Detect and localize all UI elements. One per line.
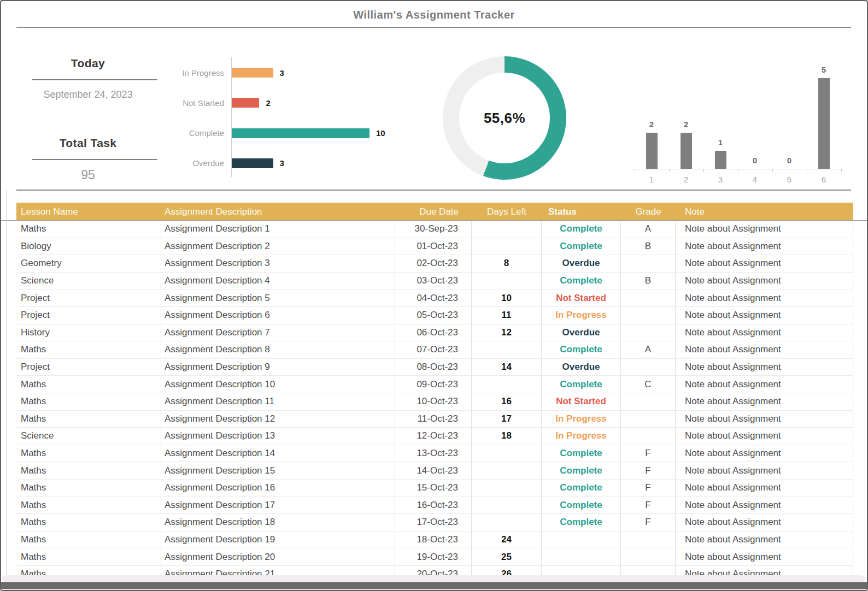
cell-lesson-name[interactable]: Maths: [16, 548, 161, 565]
cell-lesson-name[interactable]: Maths: [16, 497, 161, 514]
cell-assignment-description[interactable]: Assignment Description 8: [161, 341, 395, 358]
cell-status[interactable]: Overdue: [542, 255, 621, 272]
cell-grade[interactable]: [621, 411, 676, 428]
cell-note[interactable]: Note about Assignment: [676, 255, 853, 272]
cell-days-left[interactable]: [472, 376, 542, 393]
cell-note[interactable]: Note about Assignment: [676, 359, 853, 376]
cell-due-date[interactable]: 12-Oct-23: [395, 428, 472, 445]
cell-grade[interactable]: [621, 307, 676, 324]
cell-days-left[interactable]: [472, 238, 542, 255]
cell-assignment-description[interactable]: Assignment Description 19: [161, 531, 395, 548]
cell-status[interactable]: Overdue: [542, 359, 621, 376]
cell-grade[interactable]: [621, 359, 676, 376]
cell-due-date[interactable]: 04-Oct-23: [395, 289, 472, 306]
cell-days-left[interactable]: [472, 462, 542, 479]
cell-note[interactable]: Note about Assignment: [676, 341, 853, 358]
cell-status[interactable]: Complete: [542, 238, 621, 255]
cell-grade[interactable]: [621, 531, 676, 548]
cell-status[interactable]: Complete: [542, 341, 621, 358]
cell-grade[interactable]: F: [621, 462, 676, 479]
cell-note[interactable]: Note about Assignment: [676, 514, 853, 531]
cell-grade[interactable]: A: [621, 221, 676, 238]
cell-lesson-name[interactable]: Project: [16, 359, 161, 376]
cell-lesson-name[interactable]: Maths: [16, 514, 161, 531]
cell-status[interactable]: Complete: [542, 273, 621, 289]
cell-days-left[interactable]: 8: [472, 255, 542, 272]
cell-assignment-description[interactable]: Assignment Description 17: [161, 497, 395, 514]
cell-grade[interactable]: C: [621, 376, 676, 393]
cell-due-date[interactable]: 18-Oct-23: [395, 531, 472, 548]
cell-lesson-name[interactable]: History: [16, 324, 161, 341]
cell-note[interactable]: Note about Assignment: [676, 273, 853, 289]
cell-grade[interactable]: F: [621, 445, 676, 462]
cell-status[interactable]: [542, 531, 621, 548]
cell-days-left[interactable]: 14: [472, 359, 542, 376]
table-header-cell[interactable]: Due Date: [395, 203, 472, 221]
table-header-cell[interactable]: Status: [542, 203, 621, 221]
cell-grade[interactable]: F: [621, 514, 676, 531]
cell-days-left[interactable]: [472, 341, 542, 358]
cell-status[interactable]: [542, 548, 621, 565]
cell-days-left[interactable]: [472, 497, 542, 514]
cell-lesson-name[interactable]: Maths: [16, 411, 161, 428]
cell-status[interactable]: Complete: [542, 497, 621, 514]
cell-status[interactable]: In Progress: [542, 307, 621, 324]
cell-days-left[interactable]: 24: [472, 531, 542, 548]
cell-assignment-description[interactable]: Assignment Description 1: [161, 221, 395, 238]
cell-days-left[interactable]: [472, 221, 542, 238]
table-header-cell[interactable]: Grade: [621, 203, 676, 221]
status-bar-chart[interactable]: In Progress3Not Started2Complete10Overdu…: [160, 56, 400, 180]
cell-status[interactable]: Complete: [542, 376, 621, 393]
cell-note[interactable]: Note about Assignment: [676, 411, 853, 428]
cell-grade[interactable]: [621, 548, 676, 565]
cell-due-date[interactable]: 05-Oct-23: [395, 307, 472, 324]
cell-lesson-name[interactable]: Maths: [16, 376, 161, 393]
cell-due-date[interactable]: 13-Oct-23: [395, 445, 472, 462]
cell-assignment-description[interactable]: Assignment Description 12: [161, 411, 395, 428]
cell-lesson-name[interactable]: Maths: [16, 531, 161, 548]
cell-due-date[interactable]: 16-Oct-23: [395, 497, 472, 514]
cell-grade[interactable]: [621, 255, 676, 272]
cell-assignment-description[interactable]: Assignment Description 13: [161, 428, 395, 445]
cell-note[interactable]: Note about Assignment: [676, 324, 853, 341]
cell-assignment-description[interactable]: Assignment Description 14: [161, 445, 395, 462]
cell-due-date[interactable]: 15-Oct-23: [395, 480, 472, 497]
cell-assignment-description[interactable]: Assignment Description 3: [161, 255, 395, 272]
cell-days-left[interactable]: 11: [472, 307, 542, 324]
cell-assignment-description[interactable]: Assignment Description 9: [161, 359, 395, 376]
cell-note[interactable]: Note about Assignment: [676, 462, 853, 479]
cell-lesson-name[interactable]: Maths: [16, 341, 161, 358]
cell-note[interactable]: Note about Assignment: [676, 238, 853, 255]
cell-lesson-name[interactable]: Project: [16, 307, 161, 324]
cell-assignment-description[interactable]: Assignment Description 18: [161, 514, 395, 531]
cell-note[interactable]: Note about Assignment: [676, 531, 853, 548]
cell-lesson-name[interactable]: Maths: [16, 445, 161, 462]
cell-note[interactable]: Note about Assignment: [676, 445, 853, 462]
cell-due-date[interactable]: 07-Oct-23: [395, 341, 472, 358]
cell-due-date[interactable]: 30-Sep-23: [395, 221, 472, 238]
cell-lesson-name[interactable]: Project: [16, 289, 161, 306]
cell-assignment-description[interactable]: Assignment Description 10: [161, 376, 395, 393]
cell-due-date[interactable]: 06-Oct-23: [395, 324, 472, 341]
cell-note[interactable]: Note about Assignment: [676, 393, 853, 410]
cell-days-left[interactable]: 25: [472, 548, 542, 565]
cell-note[interactable]: Note about Assignment: [676, 428, 853, 445]
cell-due-date[interactable]: 01-Oct-23: [395, 238, 472, 255]
cell-assignment-description[interactable]: Assignment Description 2: [161, 238, 395, 255]
cell-status[interactable]: Complete: [542, 514, 621, 531]
cell-days-left[interactable]: 10: [472, 289, 542, 306]
cell-status[interactable]: In Progress: [542, 411, 621, 428]
cell-status[interactable]: Complete: [542, 221, 621, 238]
cell-assignment-description[interactable]: Assignment Description 15: [161, 462, 395, 479]
cell-due-date[interactable]: 03-Oct-23: [395, 273, 472, 289]
horizontal-scrollbar-track[interactable]: [2, 575, 865, 583]
cell-days-left[interactable]: 17: [472, 411, 542, 428]
cell-note[interactable]: Note about Assignment: [676, 480, 853, 497]
cell-days-left[interactable]: 16: [472, 393, 542, 410]
cell-due-date[interactable]: 14-Oct-23: [395, 462, 472, 479]
cell-due-date[interactable]: 11-Oct-23: [395, 411, 472, 428]
cell-status[interactable]: Not Started: [542, 289, 621, 306]
cell-note[interactable]: Note about Assignment: [676, 376, 853, 393]
weekly-column-chart[interactable]: 212213040556: [630, 60, 844, 187]
cell-grade[interactable]: [621, 428, 676, 445]
